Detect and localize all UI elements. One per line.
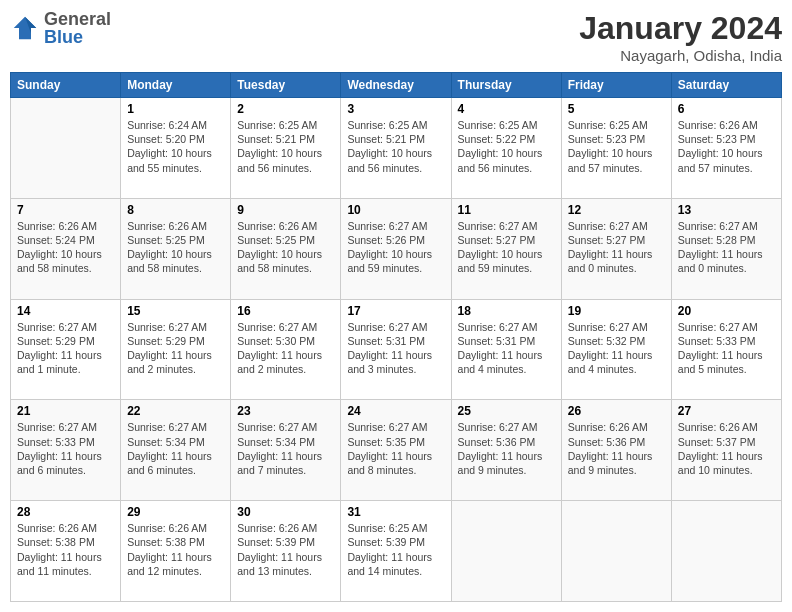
calendar-cell: 7Sunrise: 6:26 AM Sunset: 5:24 PM Daylig… bbox=[11, 198, 121, 299]
day-info: Sunrise: 6:27 AM Sunset: 5:27 PM Dayligh… bbox=[458, 219, 555, 276]
calendar-cell: 14Sunrise: 6:27 AM Sunset: 5:29 PM Dayli… bbox=[11, 299, 121, 400]
day-number: 24 bbox=[347, 404, 444, 418]
calendar-cell: 23Sunrise: 6:27 AM Sunset: 5:34 PM Dayli… bbox=[231, 400, 341, 501]
day-number: 12 bbox=[568, 203, 665, 217]
location: Nayagarh, Odisha, India bbox=[579, 47, 782, 64]
day-info: Sunrise: 6:25 AM Sunset: 5:21 PM Dayligh… bbox=[237, 118, 334, 175]
weekday-header: Tuesday bbox=[231, 73, 341, 98]
day-info: Sunrise: 6:27 AM Sunset: 5:27 PM Dayligh… bbox=[568, 219, 665, 276]
day-info: Sunrise: 6:27 AM Sunset: 5:31 PM Dayligh… bbox=[347, 320, 444, 377]
calendar-cell: 17Sunrise: 6:27 AM Sunset: 5:31 PM Dayli… bbox=[341, 299, 451, 400]
month-title: January 2024 bbox=[579, 10, 782, 47]
calendar-cell: 13Sunrise: 6:27 AM Sunset: 5:28 PM Dayli… bbox=[671, 198, 781, 299]
day-number: 28 bbox=[17, 505, 114, 519]
calendar-cell: 25Sunrise: 6:27 AM Sunset: 5:36 PM Dayli… bbox=[451, 400, 561, 501]
calendar-cell: 15Sunrise: 6:27 AM Sunset: 5:29 PM Dayli… bbox=[121, 299, 231, 400]
day-number: 18 bbox=[458, 304, 555, 318]
title-section: January 2024 Nayagarh, Odisha, India bbox=[579, 10, 782, 64]
day-info: Sunrise: 6:27 AM Sunset: 5:29 PM Dayligh… bbox=[17, 320, 114, 377]
day-number: 19 bbox=[568, 304, 665, 318]
calendar-cell: 18Sunrise: 6:27 AM Sunset: 5:31 PM Dayli… bbox=[451, 299, 561, 400]
day-info: Sunrise: 6:27 AM Sunset: 5:28 PM Dayligh… bbox=[678, 219, 775, 276]
calendar-cell: 19Sunrise: 6:27 AM Sunset: 5:32 PM Dayli… bbox=[561, 299, 671, 400]
day-info: Sunrise: 6:26 AM Sunset: 5:38 PM Dayligh… bbox=[17, 521, 114, 578]
day-info: Sunrise: 6:26 AM Sunset: 5:38 PM Dayligh… bbox=[127, 521, 224, 578]
day-info: Sunrise: 6:27 AM Sunset: 5:26 PM Dayligh… bbox=[347, 219, 444, 276]
calendar-cell: 31Sunrise: 6:25 AM Sunset: 5:39 PM Dayli… bbox=[341, 501, 451, 602]
day-number: 26 bbox=[568, 404, 665, 418]
day-number: 23 bbox=[237, 404, 334, 418]
day-info: Sunrise: 6:24 AM Sunset: 5:20 PM Dayligh… bbox=[127, 118, 224, 175]
day-number: 17 bbox=[347, 304, 444, 318]
calendar-cell: 30Sunrise: 6:26 AM Sunset: 5:39 PM Dayli… bbox=[231, 501, 341, 602]
calendar-cell bbox=[561, 501, 671, 602]
calendar-cell: 20Sunrise: 6:27 AM Sunset: 5:33 PM Dayli… bbox=[671, 299, 781, 400]
calendar-table: SundayMondayTuesdayWednesdayThursdayFrid… bbox=[10, 72, 782, 602]
day-info: Sunrise: 6:27 AM Sunset: 5:34 PM Dayligh… bbox=[237, 420, 334, 477]
calendar-cell: 10Sunrise: 6:27 AM Sunset: 5:26 PM Dayli… bbox=[341, 198, 451, 299]
calendar-cell: 1Sunrise: 6:24 AM Sunset: 5:20 PM Daylig… bbox=[121, 98, 231, 199]
day-number: 3 bbox=[347, 102, 444, 116]
calendar-cell: 6Sunrise: 6:26 AM Sunset: 5:23 PM Daylig… bbox=[671, 98, 781, 199]
day-number: 13 bbox=[678, 203, 775, 217]
day-number: 8 bbox=[127, 203, 224, 217]
day-number: 31 bbox=[347, 505, 444, 519]
day-info: Sunrise: 6:27 AM Sunset: 5:36 PM Dayligh… bbox=[458, 420, 555, 477]
day-number: 16 bbox=[237, 304, 334, 318]
weekday-header: Monday bbox=[121, 73, 231, 98]
day-info: Sunrise: 6:26 AM Sunset: 5:25 PM Dayligh… bbox=[237, 219, 334, 276]
weekday-header: Friday bbox=[561, 73, 671, 98]
day-info: Sunrise: 6:27 AM Sunset: 5:33 PM Dayligh… bbox=[17, 420, 114, 477]
weekday-header: Wednesday bbox=[341, 73, 451, 98]
calendar-cell: 24Sunrise: 6:27 AM Sunset: 5:35 PM Dayli… bbox=[341, 400, 451, 501]
calendar-cell: 21Sunrise: 6:27 AM Sunset: 5:33 PM Dayli… bbox=[11, 400, 121, 501]
day-info: Sunrise: 6:27 AM Sunset: 5:30 PM Dayligh… bbox=[237, 320, 334, 377]
calendar-cell bbox=[451, 501, 561, 602]
calendar-cell: 5Sunrise: 6:25 AM Sunset: 5:23 PM Daylig… bbox=[561, 98, 671, 199]
calendar-cell: 3Sunrise: 6:25 AM Sunset: 5:21 PM Daylig… bbox=[341, 98, 451, 199]
day-number: 25 bbox=[458, 404, 555, 418]
day-info: Sunrise: 6:27 AM Sunset: 5:35 PM Dayligh… bbox=[347, 420, 444, 477]
weekday-header: Sunday bbox=[11, 73, 121, 98]
calendar-cell: 9Sunrise: 6:26 AM Sunset: 5:25 PM Daylig… bbox=[231, 198, 341, 299]
calendar-cell: 26Sunrise: 6:26 AM Sunset: 5:36 PM Dayli… bbox=[561, 400, 671, 501]
day-number: 27 bbox=[678, 404, 775, 418]
day-number: 11 bbox=[458, 203, 555, 217]
day-info: Sunrise: 6:27 AM Sunset: 5:34 PM Dayligh… bbox=[127, 420, 224, 477]
day-info: Sunrise: 6:26 AM Sunset: 5:37 PM Dayligh… bbox=[678, 420, 775, 477]
day-info: Sunrise: 6:26 AM Sunset: 5:25 PM Dayligh… bbox=[127, 219, 224, 276]
day-number: 4 bbox=[458, 102, 555, 116]
day-number: 20 bbox=[678, 304, 775, 318]
day-info: Sunrise: 6:27 AM Sunset: 5:32 PM Dayligh… bbox=[568, 320, 665, 377]
logo-text: General Blue bbox=[44, 10, 111, 46]
day-number: 6 bbox=[678, 102, 775, 116]
day-info: Sunrise: 6:25 AM Sunset: 5:23 PM Dayligh… bbox=[568, 118, 665, 175]
day-info: Sunrise: 6:26 AM Sunset: 5:39 PM Dayligh… bbox=[237, 521, 334, 578]
day-info: Sunrise: 6:25 AM Sunset: 5:21 PM Dayligh… bbox=[347, 118, 444, 175]
calendar-cell: 2Sunrise: 6:25 AM Sunset: 5:21 PM Daylig… bbox=[231, 98, 341, 199]
day-number: 10 bbox=[347, 203, 444, 217]
calendar-cell: 8Sunrise: 6:26 AM Sunset: 5:25 PM Daylig… bbox=[121, 198, 231, 299]
day-number: 30 bbox=[237, 505, 334, 519]
calendar-cell: 29Sunrise: 6:26 AM Sunset: 5:38 PM Dayli… bbox=[121, 501, 231, 602]
calendar-cell: 27Sunrise: 6:26 AM Sunset: 5:37 PM Dayli… bbox=[671, 400, 781, 501]
day-number: 1 bbox=[127, 102, 224, 116]
logo: General Blue bbox=[10, 10, 111, 46]
day-info: Sunrise: 6:25 AM Sunset: 5:22 PM Dayligh… bbox=[458, 118, 555, 175]
day-info: Sunrise: 6:27 AM Sunset: 5:33 PM Dayligh… bbox=[678, 320, 775, 377]
day-number: 5 bbox=[568, 102, 665, 116]
calendar-cell: 28Sunrise: 6:26 AM Sunset: 5:38 PM Dayli… bbox=[11, 501, 121, 602]
day-number: 15 bbox=[127, 304, 224, 318]
day-number: 14 bbox=[17, 304, 114, 318]
day-number: 2 bbox=[237, 102, 334, 116]
day-info: Sunrise: 6:26 AM Sunset: 5:24 PM Dayligh… bbox=[17, 219, 114, 276]
calendar-cell: 22Sunrise: 6:27 AM Sunset: 5:34 PM Dayli… bbox=[121, 400, 231, 501]
day-info: Sunrise: 6:25 AM Sunset: 5:39 PM Dayligh… bbox=[347, 521, 444, 578]
day-number: 21 bbox=[17, 404, 114, 418]
day-info: Sunrise: 6:26 AM Sunset: 5:23 PM Dayligh… bbox=[678, 118, 775, 175]
day-info: Sunrise: 6:27 AM Sunset: 5:31 PM Dayligh… bbox=[458, 320, 555, 377]
calendar-cell bbox=[671, 501, 781, 602]
day-number: 7 bbox=[17, 203, 114, 217]
calendar-cell bbox=[11, 98, 121, 199]
calendar-cell: 11Sunrise: 6:27 AM Sunset: 5:27 PM Dayli… bbox=[451, 198, 561, 299]
